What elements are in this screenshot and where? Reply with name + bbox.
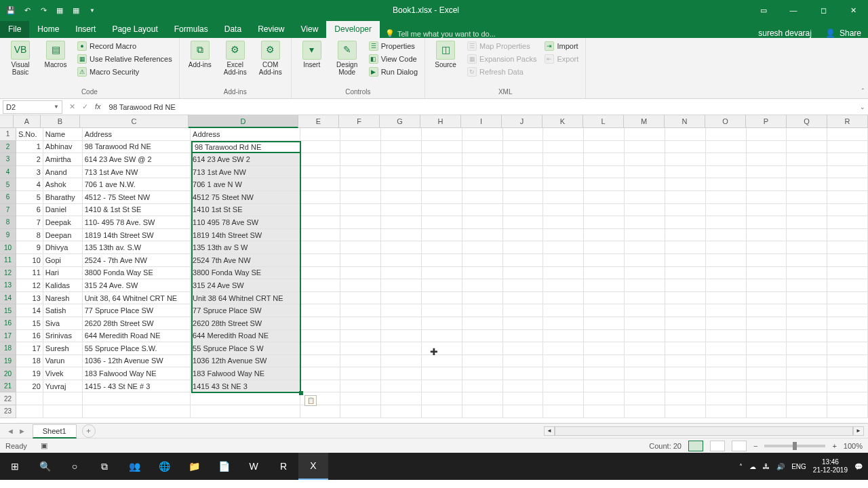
- cell[interactable]: Bharathy: [43, 191, 83, 204]
- cell[interactable]: Ashok: [43, 178, 83, 191]
- cell[interactable]: [584, 342, 625, 355]
- cell[interactable]: [503, 342, 544, 355]
- cell[interactable]: [191, 392, 300, 405]
- cell[interactable]: [422, 342, 462, 355]
- cell[interactable]: [747, 304, 787, 317]
- cell[interactable]: [340, 191, 381, 204]
- cell[interactable]: [462, 355, 503, 368]
- tab-developer[interactable]: Developer: [326, 21, 380, 38]
- cell[interactable]: [503, 254, 544, 267]
- cell[interactable]: [787, 392, 827, 405]
- cell[interactable]: [503, 392, 544, 405]
- cell[interactable]: 2620 28th Street SW: [191, 317, 300, 330]
- cell[interactable]: [827, 317, 868, 330]
- cell[interactable]: [191, 405, 300, 418]
- cell[interactable]: [625, 342, 665, 355]
- cell[interactable]: [787, 304, 827, 317]
- cell[interactable]: [787, 216, 827, 229]
- redo-icon[interactable]: ↷: [38, 5, 49, 16]
- collapse-ribbon-icon[interactable]: ˆ: [862, 88, 864, 96]
- cell[interactable]: [665, 204, 706, 217]
- cell[interactable]: [706, 229, 747, 242]
- cell[interactable]: [665, 229, 706, 242]
- cell[interactable]: [543, 355, 584, 368]
- cell[interactable]: [747, 342, 787, 355]
- cell[interactable]: 77 Spruce Place SW: [83, 304, 191, 317]
- cell[interactable]: Hari: [43, 267, 83, 280]
- cell[interactable]: [300, 367, 341, 380]
- tab-view[interactable]: View: [293, 21, 327, 38]
- cell[interactable]: [747, 229, 787, 242]
- horizontal-scrollbar[interactable]: ◄ ►: [96, 426, 868, 436]
- cell[interactable]: Satish: [43, 304, 83, 317]
- qat-icon[interactable]: ▦: [54, 5, 65, 16]
- cell[interactable]: [665, 317, 706, 330]
- cell[interactable]: [462, 128, 503, 141]
- macro-record-icon[interactable]: ▣: [41, 441, 47, 450]
- cell[interactable]: [381, 204, 422, 217]
- row-header[interactable]: 13: [0, 279, 16, 292]
- cell[interactable]: [787, 355, 827, 368]
- zoom-out-button[interactable]: −: [753, 442, 757, 450]
- cell[interactable]: [706, 191, 747, 204]
- cell[interactable]: Gopi: [43, 254, 83, 267]
- cell[interactable]: [340, 267, 381, 280]
- cell[interactable]: [665, 380, 706, 393]
- cell[interactable]: [340, 392, 381, 405]
- view-page-break-button[interactable]: [732, 441, 747, 451]
- cell[interactable]: [300, 380, 341, 393]
- cell[interactable]: [827, 141, 868, 154]
- cell[interactable]: [340, 380, 381, 393]
- cell[interactable]: 3800 Fonda Way SE: [191, 267, 300, 280]
- tab-review[interactable]: Review: [250, 21, 292, 38]
- notifications-icon[interactable]: 💬: [854, 463, 863, 470]
- col-header-B[interactable]: B: [41, 115, 80, 127]
- visual-basic-button[interactable]: VBVisual Basic: [5, 41, 35, 76]
- cell[interactable]: [543, 330, 584, 343]
- cell[interactable]: [787, 405, 827, 418]
- cell[interactable]: [543, 405, 584, 418]
- cell[interactable]: [584, 355, 625, 368]
- cell[interactable]: [300, 317, 341, 330]
- cell[interactable]: [340, 330, 381, 343]
- row-header[interactable]: 5: [0, 178, 16, 191]
- cell[interactable]: [665, 279, 706, 292]
- cell[interactable]: [422, 191, 462, 204]
- cell[interactable]: [381, 241, 422, 254]
- cell[interactable]: [827, 304, 868, 317]
- cell[interactable]: 110 495 78 Ave SW: [191, 216, 300, 229]
- row-header[interactable]: 21: [0, 380, 16, 393]
- cell[interactable]: [747, 317, 787, 330]
- cell[interactable]: [787, 128, 827, 141]
- cell[interactable]: [543, 304, 584, 317]
- cell[interactable]: [665, 241, 706, 254]
- col-header-N[interactable]: N: [665, 115, 705, 127]
- cell[interactable]: Unit 38, 64 Whitnel CRT NE: [83, 292, 191, 305]
- cell[interactable]: [422, 304, 462, 317]
- cell[interactable]: [503, 304, 544, 317]
- cell[interactable]: [543, 229, 584, 242]
- cell[interactable]: [543, 392, 584, 405]
- cell[interactable]: [543, 279, 584, 292]
- tab-data[interactable]: Data: [216, 21, 250, 38]
- cell[interactable]: [625, 292, 665, 305]
- cell[interactable]: Srinivas: [43, 330, 83, 343]
- cell[interactable]: [422, 153, 462, 166]
- col-header-L[interactable]: L: [583, 115, 624, 127]
- cell[interactable]: [300, 304, 341, 317]
- cell[interactable]: [340, 153, 381, 166]
- properties-button[interactable]: ☰Properties: [368, 41, 419, 52]
- cell[interactable]: [706, 330, 747, 343]
- cell[interactable]: [300, 141, 341, 154]
- minimize-button[interactable]: —: [778, 0, 808, 20]
- cell[interactable]: [462, 380, 503, 393]
- cell[interactable]: Suresh: [43, 342, 83, 355]
- language-indicator[interactable]: ENG: [791, 463, 806, 470]
- cell[interactable]: [584, 191, 625, 204]
- cell[interactable]: [543, 241, 584, 254]
- excel-addins-button[interactable]: ⚙Excel Add-ins: [220, 41, 250, 76]
- cell[interactable]: [787, 254, 827, 267]
- cell[interactable]: [747, 178, 787, 191]
- row-header[interactable]: 4: [0, 166, 16, 179]
- cell[interactable]: [747, 392, 787, 405]
